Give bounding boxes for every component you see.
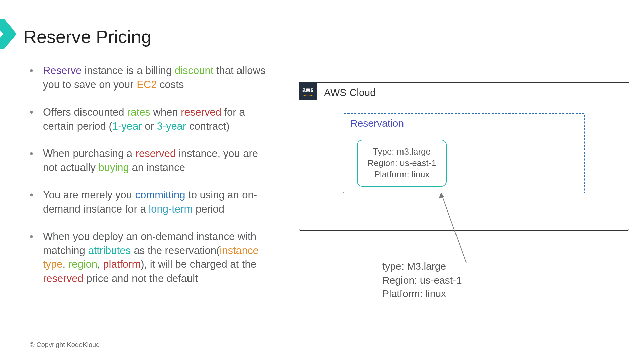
aws-cloud-box: aws AWS Cloud Reservation Type: m3.large… <box>299 82 629 231</box>
svg-marker-0 <box>0 19 17 49</box>
copyright-text: © Copyright KodeKloud <box>30 341 100 349</box>
aws-logo-icon: aws <box>299 82 317 100</box>
bullet-5-region: region <box>68 258 97 270</box>
bullet-2: Offers discounted rates when reserved fo… <box>27 105 268 133</box>
caption-region: Region: us-east-1 <box>382 274 462 287</box>
bullet-1: Reserve instance is a billing discount t… <box>27 64 268 92</box>
slide-title: Reserve Pricing <box>23 26 151 47</box>
bullet-1-reserve: Reserve <box>43 65 82 76</box>
bullet-3-reserved: reserved <box>136 147 176 159</box>
bullet-list: Reserve instance is a billing discount t… <box>27 64 268 299</box>
bullet-1-discount: discount <box>175 65 213 76</box>
bullet-5-attributes: attributes <box>88 245 131 256</box>
reservation-title: Reservation <box>350 118 404 129</box>
aws-cloud-title: AWS Cloud <box>324 87 376 98</box>
aws-smile-icon <box>303 93 313 96</box>
bullet-3: When purchasing a reserved instance, you… <box>27 146 268 175</box>
bullet-2-rates: rates <box>127 106 150 118</box>
bullet-2-1year: 1-year <box>112 120 142 132</box>
card-platform: Platform: linux <box>374 169 430 180</box>
caption-type: type: M3.large <box>382 260 462 274</box>
bullet-5-reserved: reserved <box>43 273 84 284</box>
reservation-box: Reservation Type: m3.large Region: us-ea… <box>343 113 585 193</box>
bullet-2-3year: 3-year <box>157 120 186 132</box>
bullet-1-ec2: EC2 <box>137 79 157 90</box>
bullet-4-longterm: long-term <box>149 203 193 215</box>
bullet-2-reserved: reserved <box>181 106 221 118</box>
bullet-4-committing: committing <box>135 189 185 201</box>
aws-logo-text: aws <box>302 86 314 94</box>
aws-diagram: aws AWS Cloud Reservation Type: m3.large… <box>299 82 631 236</box>
bullet-4: You are merely you committing to using a… <box>27 188 268 216</box>
reserved-instance-card: Type: m3.large Region: us-east-1 Platfor… <box>357 140 447 187</box>
bullet-5-platform: platform <box>103 258 141 270</box>
bullet-5: When you deploy an on-demand instance wi… <box>27 230 268 286</box>
card-region: Region: us-east-1 <box>367 158 436 169</box>
bullet-3-buying: buying <box>98 162 129 173</box>
instance-caption: type: M3.large Region: us-east-1 Platfor… <box>382 260 462 301</box>
caption-platform: Platform: linux <box>382 287 462 301</box>
card-type: Type: m3.large <box>373 146 431 158</box>
